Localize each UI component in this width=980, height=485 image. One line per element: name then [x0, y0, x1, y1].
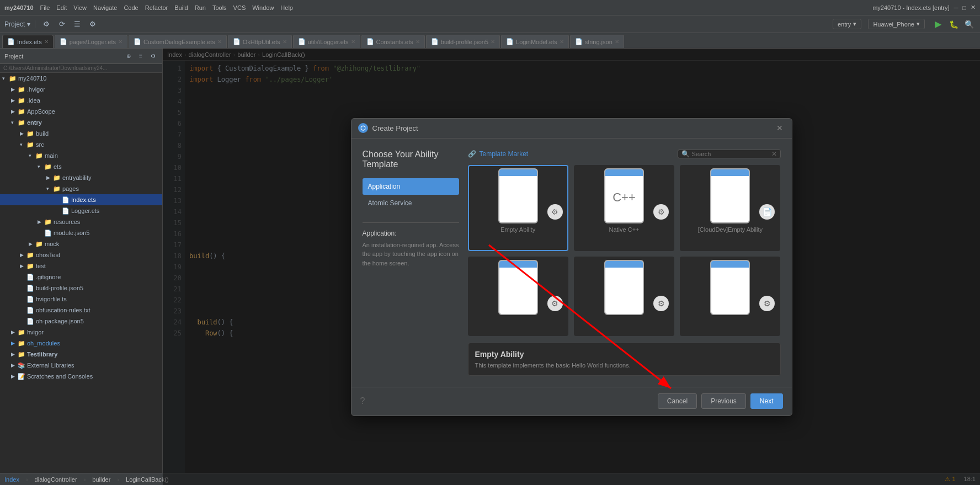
menu-window[interactable]: Window — [252, 4, 274, 11]
template-card-native-cpp[interactable]: C++ ⚙ Native C++ — [574, 165, 674, 251]
tab-close-btn7[interactable]: ✕ — [491, 39, 495, 45]
menu-refactor[interactable]: Refactor — [145, 4, 168, 11]
menu-run[interactable]: Run — [195, 4, 206, 11]
menu-tools[interactable]: Tools — [212, 4, 227, 11]
tree-gitignore[interactable]: 📄 .gitignore — [0, 271, 162, 283]
tab-okhttp[interactable]: 📄 OkHttpUtil.ets ✕ — [228, 35, 292, 48]
tab-login-model[interactable]: 📄 LoginModel.ets ✕ — [501, 35, 569, 48]
tree-hvigor2[interactable]: ▶ 📁 hvigor — [0, 327, 162, 338]
maximize-btn[interactable]: □ — [962, 4, 966, 11]
tree-scratches[interactable]: ▶ 📝 Scratches and Consoles — [0, 371, 162, 382]
menu-view[interactable]: View — [73, 4, 87, 11]
tree-build-profile[interactable]: 📄 build-profile.json5 — [0, 283, 162, 294]
tab-custom-dialog[interactable]: 📄 CustomDialogExample.ets ✕ — [129, 35, 227, 48]
tree-obfuscation[interactable]: 📄 obfuscation-rules.txt — [0, 305, 162, 316]
search-everywhere-btn[interactable]: 🔍 — [962, 18, 976, 31]
device-selector[interactable]: Huawei_Phone ▾ — [868, 19, 925, 29]
tree-pages[interactable]: ▾ 📁 pages — [0, 183, 162, 194]
tree-testlibrary[interactable]: ▶ 📁 Testlibrary — [0, 349, 162, 360]
tab-close-btn5[interactable]: ✕ — [351, 39, 355, 45]
template-card-6[interactable]: ⚙ — [680, 257, 780, 336]
tree-external-libraries[interactable]: ▶ 📚 External Libraries — [0, 360, 162, 371]
build-btn[interactable]: ⚙ — [40, 18, 53, 31]
next-button[interactable]: Next — [750, 393, 783, 409]
menu-vcs[interactable]: VCS — [233, 4, 246, 11]
template-market-link[interactable]: 🔗 Template Market — [468, 150, 529, 158]
menu-code[interactable]: Code — [124, 4, 138, 11]
menu-build[interactable]: Build — [174, 4, 188, 11]
tree-item-label: .gitignore — [36, 274, 61, 280]
settings-btn[interactable]: ⚙ — [86, 18, 99, 31]
sidebar-collapse-btn[interactable]: ≡ — [136, 51, 146, 61]
template-card-clouddev[interactable]: 📄 [CloudDev]Empty Ability — [680, 165, 780, 251]
tab-close-btn8[interactable]: ✕ — [560, 39, 564, 45]
menu-help[interactable]: Help — [280, 4, 293, 11]
help-icon[interactable]: ? — [360, 396, 365, 406]
menu-file[interactable]: File — [40, 4, 50, 11]
search-input[interactable] — [692, 151, 769, 157]
tab-string-json[interactable]: 📄 string.json ✕ — [570, 35, 624, 48]
tree-ets[interactable]: ▾ 📁 ets — [0, 161, 162, 172]
run-btn[interactable]: ▶ — [931, 18, 945, 31]
minimize-btn[interactable]: ─ — [954, 4, 958, 11]
sidebar-scope-btn[interactable]: ⊕ — [124, 51, 134, 61]
tab-close-btn4[interactable]: ✕ — [283, 39, 287, 45]
template-card-empty-ability[interactable]: ⚙ Empty Ability — [468, 165, 568, 251]
tree-resources[interactable]: ▶ 📁 resources — [0, 216, 162, 227]
tab-close-btn3[interactable]: ✕ — [217, 39, 222, 45]
tree-item-label: obfuscation-rules.txt — [36, 307, 90, 313]
tab-utils-logger[interactable]: 📄 utils\Logger.ets ✕ — [293, 35, 360, 48]
tree-build[interactable]: ▶ 📁 build — [0, 128, 162, 139]
tree-hvigorfile[interactable]: 📄 hvigorfile.ts — [0, 294, 162, 305]
tree-idea[interactable]: ▶ 📁 .idea — [0, 95, 162, 106]
tree-hvigor[interactable]: ▶ 📁 .hvigor — [0, 84, 162, 95]
dialog-desc-text: An installation-required app. Access the… — [363, 241, 459, 268]
menu-edit[interactable]: Edit — [56, 4, 67, 11]
tree-module-json5[interactable]: 📄 module.json5 — [0, 227, 162, 238]
dialog-close-button[interactable]: ✕ — [774, 122, 785, 134]
tab-close-btn6[interactable]: ✕ — [416, 39, 420, 45]
debug-btn[interactable]: 🐛 — [947, 18, 960, 31]
category-application[interactable]: Application — [363, 178, 459, 195]
project-selector[interactable]: Project ▾ — [4, 20, 35, 28]
tree-test[interactable]: ▶ 📁 test — [0, 260, 162, 271]
title-bar: my240710 File Edit View Navigate Code Re… — [0, 0, 980, 15]
tab-close-btn2[interactable]: ✕ — [118, 39, 122, 45]
tab-label9: string.json — [585, 39, 612, 45]
sync-btn[interactable]: ⟳ — [55, 18, 68, 31]
sidebar-settings-btn[interactable]: ⚙ — [148, 51, 158, 61]
tree-appscope[interactable]: ▶ 📁 AppScope — [0, 106, 162, 117]
tree-entry[interactable]: ▾ 📁 entry — [0, 117, 162, 128]
tree-main[interactable]: ▾ 📁 main — [0, 150, 162, 161]
tree-my240710[interactable]: ▾ 📁 my240710 — [0, 73, 162, 84]
tree-oh-package[interactable]: 📄 oh-package.json5 — [0, 316, 162, 327]
tab-build-profile[interactable]: 📄 build-profile.json5 ✕ — [426, 35, 500, 48]
tab-close-btn9[interactable]: ✕ — [615, 39, 619, 45]
tree-entryability[interactable]: ▶ 📁 entryability — [0, 172, 162, 183]
template-card-4[interactable]: ⚙ — [468, 257, 568, 336]
tree-src[interactable]: ▾ 📁 src — [0, 139, 162, 150]
template-card-5[interactable]: ⚙ — [574, 257, 674, 336]
tab-close-btn[interactable]: ✕ — [44, 39, 49, 45]
phone-mockup-5 — [604, 260, 644, 315]
search-icon: 🔍 — [681, 150, 690, 158]
menu-navigate[interactable]: Navigate — [93, 4, 117, 11]
search-clear-icon[interactable]: ✕ — [771, 150, 777, 158]
tree-mock[interactable]: ▶ 📁 mock — [0, 238, 162, 249]
tree-ohostest[interactable]: ▶ 📁 ohosTest — [0, 249, 162, 260]
branch-indicator[interactable]: entry ▾ — [833, 19, 861, 29]
tab-logger-ets[interactable]: 📄 pages\Logger.ets ✕ — [55, 35, 127, 48]
menu-bar[interactable]: File Edit View Navigate Code Refactor Bu… — [40, 4, 293, 11]
close-btn[interactable]: ✕ — [971, 4, 976, 11]
template-name-3: [CloudDev]Empty Ability — [696, 224, 765, 236]
cancel-button[interactable]: Cancel — [658, 393, 697, 409]
tab-index-ets[interactable]: 📄 Index.ets ✕ — [2, 35, 54, 48]
category-atomic-service[interactable]: Atomic Service — [363, 195, 459, 211]
tree-logger-ets[interactable]: 📄 Logger.ets — [0, 205, 162, 216]
template-search-bar[interactable]: 🔍 ✕ — [678, 150, 781, 158]
tree-oh-modules[interactable]: ▶ 📁 oh_modules — [0, 338, 162, 349]
tree-index-ets[interactable]: 📄 Index.ets — [0, 194, 162, 205]
tab-constants[interactable]: 📄 Constants.ets ✕ — [361, 35, 425, 48]
list-btn[interactable]: ☰ — [71, 18, 84, 31]
previous-button[interactable]: Previous — [701, 393, 746, 409]
